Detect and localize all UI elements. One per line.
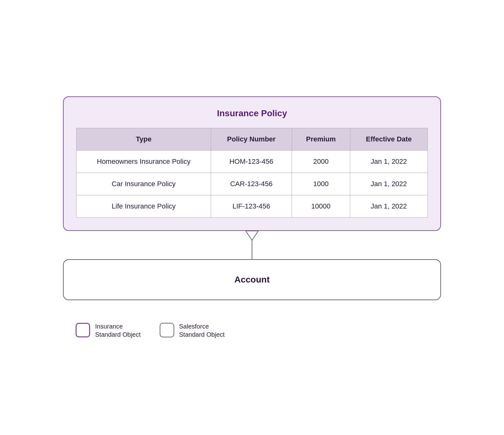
legend-box-salesforce-icon — [160, 323, 174, 337]
table-row: Homeowners Insurance PolicyHOM-123-45620… — [77, 151, 428, 173]
cell-premium: 1000 — [292, 173, 350, 195]
cell-premium: 10000 — [292, 195, 350, 218]
table-row: Car Insurance PolicyCAR-123-4561000Jan 1… — [77, 173, 428, 195]
account-box: Account — [63, 259, 441, 300]
cell-effective-date: Jan 1, 2022 — [350, 173, 427, 195]
cell-policy-number: HOM-123-456 — [211, 151, 292, 173]
legend-box-insurance-icon — [76, 323, 90, 337]
cell-type: Life Insurance Policy — [77, 195, 211, 218]
policy-table: Type Policy Number Premium Effective Dat… — [76, 128, 428, 218]
cell-effective-date: Jan 1, 2022 — [350, 151, 427, 173]
svg-line-1 — [246, 231, 252, 240]
cell-effective-date: Jan 1, 2022 — [350, 195, 427, 218]
page-container: Insurance Policy Type Policy Number Prem… — [63, 96, 441, 339]
cell-policy-number: CAR-123-456 — [211, 173, 292, 195]
legend-item-salesforce: SalesforceStandard Object — [160, 322, 225, 339]
cell-type: Homeowners Insurance Policy — [77, 151, 211, 173]
insurance-policy-box: Insurance Policy Type Policy Number Prem… — [63, 96, 441, 231]
connector — [243, 231, 261, 259]
col-header-effective-date: Effective Date — [350, 128, 427, 151]
cell-premium: 2000 — [292, 151, 350, 173]
col-header-type: Type — [77, 128, 211, 151]
table-header-row: Type Policy Number Premium Effective Dat… — [77, 128, 428, 151]
legend-item-insurance: InsuranceStandard Object — [76, 322, 141, 339]
account-title: Account — [234, 275, 270, 285]
col-header-policy-number: Policy Number — [211, 128, 292, 151]
cell-policy-number: LIF-123-456 — [211, 195, 292, 218]
legend-label-salesforce: SalesforceStandard Object — [179, 322, 225, 339]
svg-line-2 — [252, 231, 258, 240]
insurance-policy-title: Insurance Policy — [76, 108, 428, 118]
inheritance-connector-icon — [243, 231, 261, 259]
legend: InsuranceStandard Object SalesforceStand… — [76, 322, 225, 339]
cell-type: Car Insurance Policy — [77, 173, 211, 195]
legend-label-insurance: InsuranceStandard Object — [95, 322, 141, 339]
table-row: Life Insurance PolicyLIF-123-45610000Jan… — [77, 195, 428, 218]
col-header-premium: Premium — [292, 128, 350, 151]
